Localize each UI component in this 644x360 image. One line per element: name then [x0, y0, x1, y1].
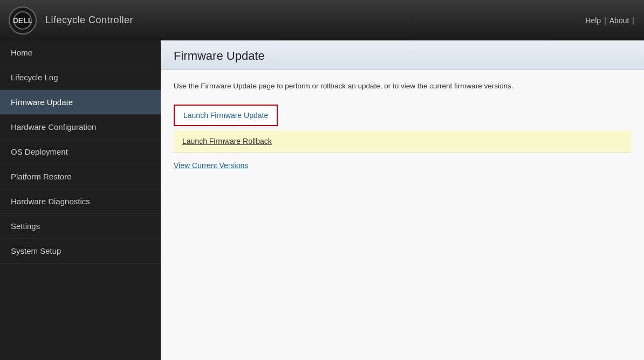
view-current-versions-link[interactable]: View Current Versions — [174, 161, 248, 170]
sidebar-item-hardware-diagnostics[interactable]: Hardware Diagnostics — [0, 189, 161, 214]
sidebar: Home Lifecycle Log Firmware Update Hardw… — [0, 40, 161, 360]
sidebar-item-platform-restore[interactable]: Platform Restore — [0, 164, 161, 189]
nav-sep2: | — [632, 16, 634, 25]
nav-sep1: | — [604, 16, 606, 25]
main-layout: Home Lifecycle Log Firmware Update Hardw… — [0, 40, 644, 360]
header-nav: Help | About | — [585, 16, 635, 25]
description: Use the Firmware Update page to perform … — [174, 81, 631, 92]
sidebar-item-hardware-configuration[interactable]: Hardware Configuration — [0, 115, 161, 140]
header: DELL Lifecycle Controller Help | About | — [0, 0, 644, 40]
help-link[interactable]: Help — [585, 16, 601, 25]
content-body: Use the Firmware Update page to perform … — [161, 70, 644, 360]
content-header: Firmware Update — [161, 40, 644, 70]
sidebar-item-firmware-update[interactable]: Firmware Update — [0, 90, 161, 115]
content-area: Firmware Update Use the Firmware Update … — [161, 40, 644, 360]
svg-text:DELL: DELL — [13, 16, 32, 25]
sidebar-item-os-deployment[interactable]: OS Deployment — [0, 140, 161, 164]
about-link[interactable]: About — [609, 16, 629, 25]
launch-firmware-update-link[interactable]: Launch Firmware Update — [183, 111, 268, 120]
launch-firmware-rollback-box[interactable]: Launch Firmware Rollback — [174, 130, 631, 153]
sidebar-item-system-setup[interactable]: System Setup — [0, 239, 161, 264]
sidebar-item-settings[interactable]: Settings — [0, 214, 161, 239]
page-title: Firmware Update — [174, 49, 631, 63]
view-current-versions-box[interactable]: View Current Versions — [174, 157, 631, 174]
dell-logo: DELL — [9, 6, 37, 34]
launch-firmware-update-box[interactable]: Launch Firmware Update — [174, 105, 278, 126]
app-title: Lifecycle Controller — [45, 15, 133, 26]
sidebar-item-home[interactable]: Home — [0, 40, 161, 65]
launch-firmware-rollback-link[interactable]: Launch Firmware Rollback — [182, 137, 272, 146]
sidebar-item-lifecycle-log[interactable]: Lifecycle Log — [0, 65, 161, 90]
